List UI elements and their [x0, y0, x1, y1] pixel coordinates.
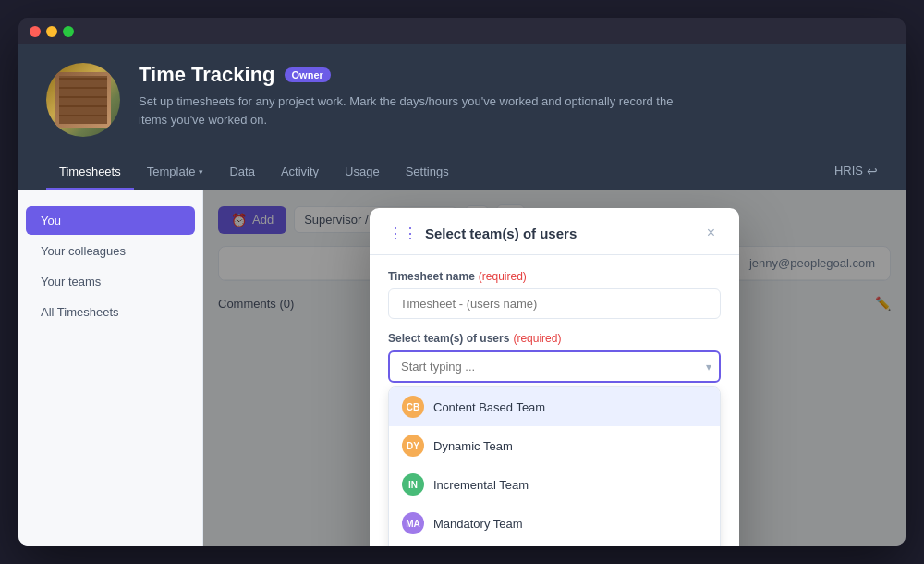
main-content: You Your colleagues Your teams All Times… [18, 190, 906, 546]
name-required-label: (required) [479, 270, 527, 283]
team-field-label: Select team(s) of users (required) [388, 332, 721, 345]
refresh-icon: ↩ [867, 164, 878, 178]
team-avatar-content: CB [402, 396, 424, 418]
avatar-building-image [55, 72, 111, 128]
header-info: Time Tracking Owner Set up timesheets fo… [139, 63, 878, 129]
minimize-button[interactable] [46, 26, 57, 37]
team-select-wrapper: ▾ [388, 350, 721, 383]
maximize-button[interactable] [63, 26, 74, 37]
header-title-row: Time Tracking Owner [139, 63, 878, 87]
list-item[interactable]: MA Mandatory Team [389, 504, 720, 543]
modal-close-button[interactable]: × [701, 223, 721, 243]
modal-body: Timesheet name (required) Select team(s)… [370, 255, 739, 546]
team-search-input[interactable] [388, 350, 721, 383]
list-item[interactable]: CB Content Based Team [389, 387, 720, 426]
close-button[interactable] [30, 26, 41, 37]
nav-tabs: Timesheets Template ▾ Data Activity Usag… [46, 155, 878, 190]
timesheet-name-input[interactable] [388, 288, 721, 319]
sidebar-item-you[interactable]: You [26, 206, 195, 235]
avatar [46, 63, 120, 137]
team-name: Dynamic Team [433, 439, 513, 453]
name-field-label: Timesheet name (required) [388, 270, 721, 283]
team-name: Incremental Team [433, 478, 529, 492]
team-avatar-incremental: IN [402, 473, 424, 496]
app-description: Set up timesheets for any project work. … [139, 92, 693, 129]
sidebar-item-colleagues[interactable]: Your colleagues [26, 237, 195, 265]
tab-template[interactable]: Template ▾ [134, 155, 217, 190]
nav-right: HRIS ↩ [834, 164, 878, 182]
list-item[interactable]: DY Dynamic Team [389, 426, 720, 465]
team-dropdown-list: CB Content Based Team DY Dynamic Team IN… [388, 386, 721, 546]
modal-overlay: ⋮⋮ Select team(s) of users × Timesheet n… [203, 190, 906, 546]
team-required-label: (required) [513, 332, 561, 345]
tab-settings[interactable]: Settings [393, 155, 462, 190]
team-name: Mandatory Team [433, 517, 523, 531]
app-header: Time Tracking Owner Set up timesheets fo… [18, 44, 906, 190]
sidebar-item-teams[interactable]: Your teams [26, 267, 195, 296]
tab-timesheets[interactable]: Timesheets [46, 155, 134, 190]
content-area: ⏰ Add Supervisor / Direct Repo ▾ ▲ ▼ ✕ [203, 190, 906, 546]
tab-usage[interactable]: Usage [332, 155, 393, 190]
chevron-down-icon: ▾ [199, 167, 203, 177]
tab-data[interactable]: Data [216, 155, 267, 190]
list-item[interactable]: MI Middleware Team [389, 543, 720, 546]
hris-button[interactable]: HRIS ↩ [834, 164, 878, 178]
modal-header: ⋮⋮ Select team(s) of users × [370, 208, 739, 255]
owner-badge: Owner [285, 67, 331, 82]
grid-icon: ⋮⋮ [388, 225, 418, 242]
title-bar [18, 18, 906, 44]
tab-activity[interactable]: Activity [268, 155, 332, 190]
list-item[interactable]: IN Incremental Team [389, 465, 720, 504]
team-avatar-dynamic: DY [402, 435, 424, 457]
team-name: Content Based Team [433, 400, 545, 414]
modal-title: Select team(s) of users [425, 226, 577, 241]
modal-title-row: ⋮⋮ Select team(s) of users [388, 225, 577, 242]
team-avatar-mandatory: MA [402, 512, 424, 534]
app-title: Time Tracking [139, 63, 275, 87]
app-window: Time Tracking Owner Set up timesheets fo… [18, 18, 906, 546]
modal-dialog: ⋮⋮ Select team(s) of users × Timesheet n… [370, 208, 739, 546]
sidebar: You Your colleagues Your teams All Times… [18, 190, 203, 546]
sidebar-item-all[interactable]: All Timesheets [26, 298, 195, 326]
